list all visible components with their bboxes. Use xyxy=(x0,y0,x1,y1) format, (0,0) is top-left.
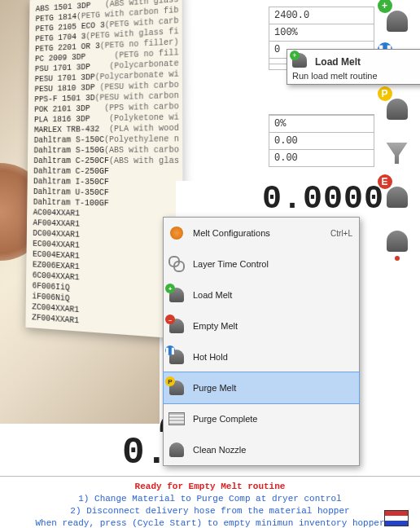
value-field-2[interactable]: 100% xyxy=(269,24,374,41)
menu-item-hotkey: Ctrl+L xyxy=(330,229,352,238)
material-row: Dahltram S-150GF(ABS with carbo xyxy=(34,144,180,156)
status-line-3: When ready, press (Cycle Start) to empty… xyxy=(0,517,420,528)
menu-item-label: Load Melt xyxy=(193,290,232,300)
menu-item-purge-melt[interactable]: PPurge Melt xyxy=(163,372,360,404)
divider xyxy=(0,476,420,477)
menu-item-label: Empty Melt xyxy=(193,321,238,331)
empty-melt-icon: – xyxy=(167,316,186,336)
menu-item-label: Purge Melt xyxy=(193,383,236,393)
status-line-2: 2) Disconnect delivery hose from the mat… xyxy=(0,505,420,517)
melt-context-menu: Melt ConfigurationsCtrl+LLayer Time Cont… xyxy=(163,217,360,466)
value-field-7[interactable]: 0.00 xyxy=(269,132,374,149)
purge-complete-icon xyxy=(167,409,186,429)
load-melt-icon: + xyxy=(167,285,186,305)
purge-melt-icon: P xyxy=(167,378,186,398)
clean-nozzle-icon xyxy=(167,440,186,460)
layer-time-icon xyxy=(167,254,186,274)
side-button-panel: +❚❚PE xyxy=(378,2,415,261)
menu-item-layer-time-control[interactable]: Layer Time Control xyxy=(164,249,359,279)
menu-item-label: Clean Nozzle xyxy=(193,445,246,455)
value-field-6[interactable]: 0% xyxy=(269,115,374,132)
load-melt-button[interactable]: + xyxy=(381,2,413,41)
materials-paper-list: ABS 1501 3DP(ABS with glassPETG 1814 OR … xyxy=(25,0,183,339)
hot-hold-icon: ❚❚ xyxy=(167,347,186,367)
material-row: Dahltram C-250CF(ABS with glas xyxy=(33,156,179,166)
status-block: Ready for Empty Melt routine 1) Change M… xyxy=(0,481,420,528)
load-melt-icon: + xyxy=(292,53,310,71)
status-line-1: 1) Change Material to Purge Comp at drye… xyxy=(0,493,420,505)
value-field-1[interactable]: 2400.0 xyxy=(269,7,374,24)
menu-item-purge-complete[interactable]: Purge Complete xyxy=(164,403,359,434)
tooltip-desc: Run load melt routine xyxy=(292,71,420,81)
menu-item-label: Purge Complete xyxy=(193,414,258,424)
menu-item-load-melt[interactable]: +Load Melt xyxy=(164,279,359,310)
clean-nozzle-button[interactable] xyxy=(381,222,413,261)
menu-item-clean-nozzle[interactable]: Clean Nozzle xyxy=(164,434,359,465)
purge-melt-button[interactable]: P xyxy=(381,90,413,129)
tooltip-title: Load Melt xyxy=(315,56,361,68)
value-fields-lower: 0% 0.00 0.00 xyxy=(269,114,374,167)
menu-item-label: Melt Configurations xyxy=(193,228,270,238)
load-melt-tooltip: + Load Melt Run load melt routine xyxy=(287,49,420,85)
menu-item-label: Layer Time Control xyxy=(193,259,269,269)
material-row: Dahltram C-250GF xyxy=(33,166,179,178)
menu-item-label: Hot Hold xyxy=(193,352,228,362)
funnel-button[interactable] xyxy=(381,134,413,173)
menu-item-empty-melt[interactable]: –Empty Melt xyxy=(164,310,359,341)
main-readout: 0.0000 xyxy=(176,181,384,218)
melt-config-icon xyxy=(167,223,186,243)
empty-melt-button[interactable]: E xyxy=(381,178,413,217)
status-title: Ready for Empty Melt routine xyxy=(0,481,420,493)
value-field-8[interactable]: 0.00 xyxy=(269,149,374,167)
menu-item-melt-configurations[interactable]: Melt ConfigurationsCtrl+L xyxy=(164,218,359,249)
material-row: Dahltram S-150CF(Polyethylene n xyxy=(34,134,179,146)
materials-photo: ABS 1501 3DP(ABS with glassPETG 1814 OR … xyxy=(0,0,160,424)
menu-item-hot-hold[interactable]: ❚❚Hot Hold xyxy=(164,341,359,372)
